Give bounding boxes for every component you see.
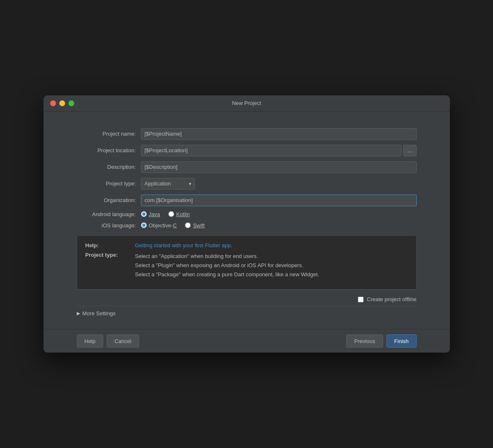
project-type-label: Project type:: [77, 180, 141, 187]
cancel-button[interactable]: Cancel: [107, 334, 139, 348]
help-link[interactable]: Getting started with your first Flutter …: [135, 242, 233, 248]
help-desc-row: Project type: Select an "Application" wh…: [85, 252, 408, 279]
ios-language-label: iOS language:: [77, 222, 141, 229]
close-button[interactable]: [50, 100, 56, 106]
objc-radio[interactable]: [141, 222, 147, 228]
swift-option[interactable]: Swift: [185, 222, 204, 229]
help-label: Help:: [85, 242, 135, 248]
project-type-select[interactable]: Application Plugin Package: [141, 178, 195, 190]
objc-option[interactable]: Objective-C: [141, 222, 177, 229]
main-content: Project name: Project location: ... Desc…: [44, 112, 450, 329]
more-settings-row[interactable]: ▶ More Settings: [77, 306, 417, 321]
swift-radio[interactable]: [185, 222, 191, 228]
project-location-label: Project location:: [77, 147, 141, 153]
offline-checkbox[interactable]: [358, 297, 364, 302]
project-location-input[interactable]: [141, 145, 401, 156]
help-button[interactable]: Help: [77, 334, 104, 348]
help-desc-line2: Select a "Plugin" when exposing an Andro…: [135, 261, 319, 270]
project-name-label: Project name:: [77, 131, 141, 137]
offline-label: Create project offline: [367, 296, 417, 302]
ios-language-row: iOS language: Objective-C Swift: [77, 222, 417, 229]
project-type-select-wrapper: Application Plugin Package ▼: [141, 178, 195, 190]
window-title: New Project: [232, 100, 261, 106]
location-wrapper: ...: [141, 145, 417, 156]
help-link-row: Help: Getting started with your first Fl…: [85, 242, 408, 248]
help-desc-line3: Select a "Package" when creating a pure …: [135, 270, 319, 279]
form-section: Project name: Project location: ... Desc…: [77, 120, 417, 302]
previous-button[interactable]: Previous: [346, 334, 383, 348]
android-language-group: Java Kotlin: [141, 211, 190, 217]
help-project-type-label: Project type:: [85, 252, 135, 258]
browse-button[interactable]: ...: [403, 145, 417, 156]
offline-row: Create project offline: [77, 296, 417, 302]
footer: Help Cancel Previous Finish: [44, 329, 450, 353]
kotlin-radio[interactable]: [168, 211, 174, 217]
project-name-row: Project name:: [77, 128, 417, 140]
organization-label: Organization:: [77, 197, 141, 203]
more-settings-section: ▶ More Settings: [77, 306, 417, 321]
help-description: Select an "Application" when building fo…: [135, 252, 319, 279]
kotlin-label: Kotlin: [176, 211, 190, 217]
chevron-right-icon: ▶: [77, 311, 80, 316]
objc-label: Objective-C: [149, 222, 177, 229]
titlebar: New Project: [44, 95, 450, 112]
project-type-row: Project type: Application Plugin Package…: [77, 178, 417, 190]
new-project-window: New Project Project name: Project locati…: [44, 95, 450, 353]
java-option[interactable]: Java: [141, 211, 160, 217]
project-location-row: Project location: ...: [77, 145, 417, 156]
form-content: Project name: Project location: ... Desc…: [44, 112, 450, 329]
ios-language-group: Objective-C Swift: [141, 222, 205, 229]
java-radio[interactable]: [141, 211, 147, 217]
description-label: Description:: [77, 164, 141, 170]
minimize-button[interactable]: [59, 100, 65, 106]
help-box: Help: Getting started with your first Fl…: [77, 235, 417, 290]
finish-button[interactable]: Finish: [386, 334, 417, 348]
android-language-row: Android language: Java Kotlin: [77, 211, 417, 217]
swift-label: Swift: [193, 222, 204, 229]
help-desc-line1: Select an "Application" when building fo…: [135, 252, 319, 261]
description-row: Description:: [77, 161, 417, 173]
organization-row: Organization:: [77, 195, 417, 206]
traffic-lights: [50, 100, 74, 106]
description-input[interactable]: [141, 161, 417, 173]
project-name-input[interactable]: [141, 128, 417, 140]
organization-input[interactable]: [141, 195, 417, 206]
java-label: Java: [149, 211, 160, 217]
maximize-button[interactable]: [68, 100, 74, 106]
kotlin-option[interactable]: Kotlin: [168, 211, 190, 217]
more-settings-label: More Settings: [83, 310, 116, 317]
android-language-label: Android language:: [77, 211, 141, 217]
